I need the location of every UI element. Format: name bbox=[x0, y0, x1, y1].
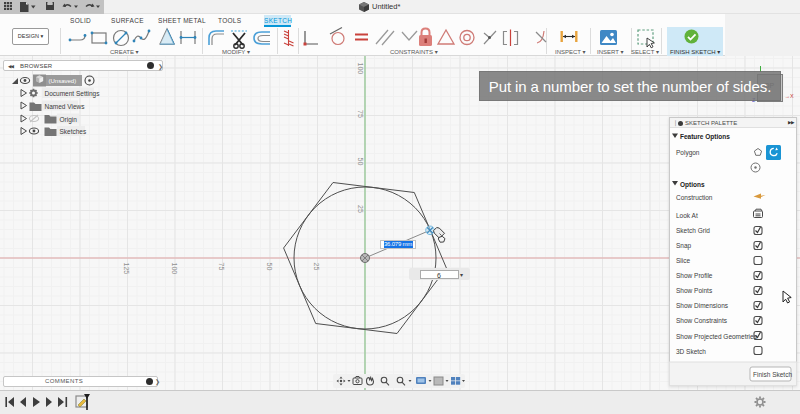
svg-text:Origin: Origin bbox=[60, 116, 78, 124]
svg-text:75: 75 bbox=[357, 110, 364, 118]
svg-text:125: 125 bbox=[123, 263, 130, 275]
svg-text:(Unsaved): (Unsaved) bbox=[49, 78, 77, 84]
svg-text:Sketches: Sketches bbox=[60, 128, 87, 135]
svg-text:Polygon: Polygon bbox=[676, 149, 700, 157]
svg-text:Show Constraints: Show Constraints bbox=[676, 317, 728, 324]
svg-text:Look At: Look At bbox=[676, 212, 698, 219]
svg-text:Feature Options: Feature Options bbox=[680, 133, 730, 141]
svg-text:100: 100 bbox=[171, 263, 178, 275]
svg-text:Show Projected Geometries: Show Projected Geometries bbox=[676, 333, 758, 341]
svg-text:Show Points: Show Points bbox=[676, 287, 713, 294]
svg-text:25: 25 bbox=[313, 263, 320, 271]
svg-text:Construction: Construction bbox=[676, 194, 713, 201]
svg-text:50: 50 bbox=[357, 158, 364, 166]
svg-text:75: 75 bbox=[218, 263, 225, 271]
svg-text:Named Views: Named Views bbox=[45, 103, 86, 110]
svg-text:Show Profile: Show Profile bbox=[676, 272, 713, 279]
svg-text:Finish Sketch: Finish Sketch bbox=[753, 371, 792, 378]
svg-text:Options: Options bbox=[680, 181, 705, 189]
svg-text:3D Sketch: 3D Sketch bbox=[676, 348, 706, 355]
svg-text:Document Settings: Document Settings bbox=[45, 90, 101, 98]
svg-text:50: 50 bbox=[266, 263, 273, 271]
svg-text:Show Dimensions: Show Dimensions bbox=[676, 302, 729, 309]
svg-text:Slice: Slice bbox=[676, 257, 690, 264]
svg-text:Sketch Grid: Sketch Grid bbox=[676, 227, 710, 234]
svg-text:100: 100 bbox=[357, 63, 364, 75]
svg-text:25: 25 bbox=[357, 205, 364, 213]
svg-text:Snap: Snap bbox=[676, 242, 692, 250]
